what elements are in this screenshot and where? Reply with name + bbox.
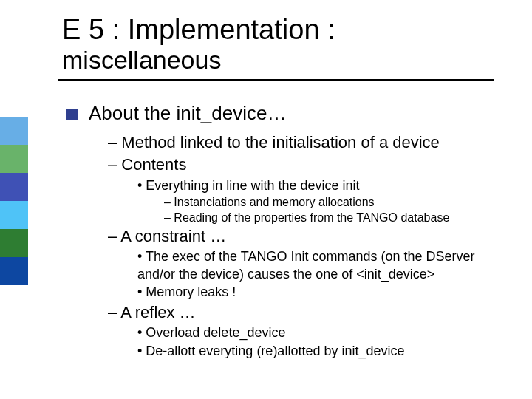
square-bullet-icon — [66, 109, 78, 120]
bullet-level3: Overload delete_device — [137, 324, 502, 341]
bullet-text: Memory leaks ! — [146, 284, 236, 299]
deco-square — [0, 201, 28, 229]
bullet-text: A constraint … — [120, 227, 226, 245]
deco-square — [0, 229, 28, 257]
deco-square — [0, 257, 28, 285]
bullet-level2: A reflex … — [108, 302, 502, 324]
bullet-text: About the init_device… — [89, 101, 286, 126]
side-decoration — [0, 117, 28, 285]
bullet-level3: Memory leaks ! — [137, 284, 502, 301]
bullet-text: Everything in line with the device init — [146, 178, 359, 193]
bullet-text: De-allott everyting (re)allotted by init… — [146, 344, 404, 358]
bullet-text: Instanciations and memory allocations — [174, 196, 374, 208]
title-block: E 5 : Implementation : miscellaneous — [62, 15, 502, 81]
slide-body: About the init_device… Method linked to … — [66, 101, 502, 360]
bullet-level2: Contents — [108, 154, 502, 176]
slide-title-main: E 5 : Implementation : — [62, 15, 502, 46]
deco-square — [0, 117, 28, 145]
bullet-level4: Reading of the properties from the TANGO… — [164, 211, 502, 226]
bullet-text: Contents — [121, 155, 186, 174]
slide: E 5 : Implementation : miscellaneous Abo… — [0, 0, 532, 399]
bullet-level2: Method linked to the initialisation of a… — [108, 132, 502, 154]
bullet-level3: De-allott everyting (re)allotted by init… — [137, 343, 502, 360]
bullet-text: Overload delete_device — [146, 325, 285, 340]
bullet-level1: About the init_device… — [66, 101, 502, 126]
slide-title-sub: miscellaneous — [62, 46, 502, 75]
bullet-text: Method linked to the initialisation of a… — [121, 133, 439, 151]
bullet-level3: Everything in line with the device init — [137, 177, 502, 194]
title-underline — [58, 79, 494, 81]
bullet-level4: Instanciations and memory allocations — [164, 195, 502, 211]
deco-square — [0, 173, 28, 201]
bullet-text: A reflex … — [120, 303, 195, 321]
bullet-text: The exec of the TANGO Init commands (on … — [137, 249, 475, 281]
bullet-text: Reading of the properties from the TANGO… — [174, 211, 449, 224]
deco-square — [0, 145, 28, 173]
bullet-level3: The exec of the TANGO Init commands (on … — [137, 248, 502, 283]
bullet-level2: A constraint … — [108, 226, 502, 248]
